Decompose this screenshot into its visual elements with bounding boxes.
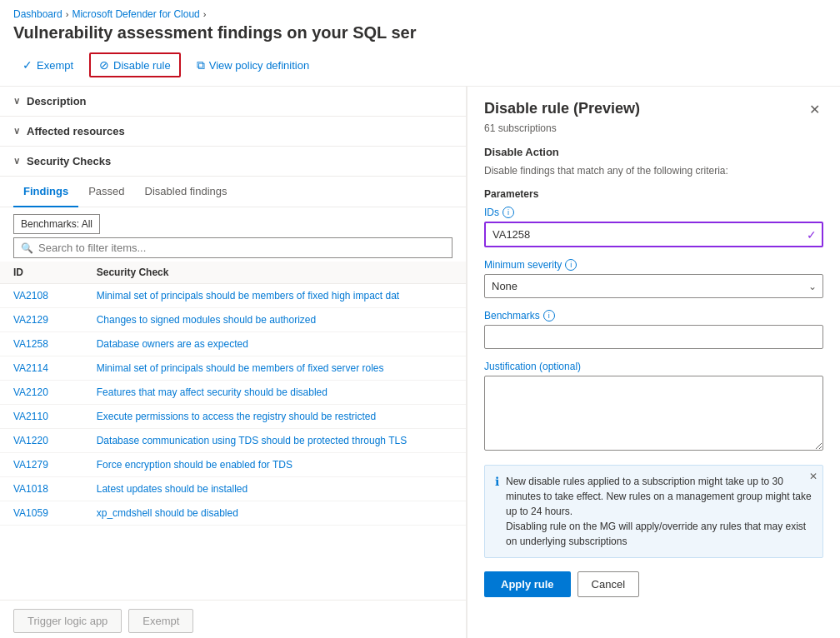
info-banner: ℹ New disable rules applied to a subscri… [484, 465, 823, 558]
row-id: VA1258 [0, 332, 83, 356]
min-severity-info-icon[interactable]: i [565, 259, 577, 271]
close-button[interactable]: ✕ [806, 100, 823, 119]
exempt-button[interactable]: ✓ Exempt [13, 53, 82, 77]
row-check: Database owners are as expected [83, 332, 466, 356]
parameters-label: Parameters [484, 188, 823, 200]
table-row[interactable]: VA1279 Force encryption should be enable… [0, 453, 466, 477]
row-id: VA1220 [0, 429, 83, 453]
info-banner-text: New disable rules applied to a subscript… [506, 474, 812, 549]
table-row[interactable]: VA1220 Database communication using TDS … [0, 429, 466, 453]
search-icon: 🔍 [21, 242, 33, 254]
tab-findings[interactable]: Findings [13, 177, 78, 207]
tab-passed[interactable]: Passed [78, 177, 134, 207]
disable-rule-label: Disable rule [113, 59, 171, 72]
policy-icon: ⧉ [197, 58, 205, 72]
search-input[interactable] [38, 242, 445, 254]
findings-table: ID Security Check VA2108 Minimal set of … [0, 262, 466, 526]
cancel-button-panel[interactable]: Cancel [578, 571, 639, 597]
toolbar: ✓ Exempt ⊘ Disable rule ⧉ View policy de… [0, 52, 840, 87]
panel-actions: Apply rule Cancel [484, 571, 823, 597]
description-section-header[interactable]: ∨ Description [0, 87, 466, 117]
row-id: VA2129 [0, 308, 83, 332]
table-row[interactable]: VA1059 xp_cmdshell should be disabled [0, 501, 466, 526]
table-row[interactable]: VA1018 Latest updates should be installe… [0, 477, 466, 501]
min-severity-label: Minimum severity i [484, 259, 823, 271]
page-title: Vulnerability assessment findings on you… [0, 23, 840, 52]
benchmarks-input[interactable] [484, 325, 823, 349]
ids-input[interactable] [484, 222, 823, 247]
row-id: VA2114 [0, 356, 83, 381]
row-id: VA2110 [0, 405, 83, 429]
table-body: VA2108 Minimal set of principals should … [0, 284, 466, 526]
ids-field-label: IDs i [484, 207, 823, 218]
filter-bar: Benchmarks: All 🔍 [0, 207, 466, 262]
row-check: Minimal set of principals should be memb… [83, 356, 466, 381]
benchmarks-filter[interactable]: Benchmarks: All [13, 214, 100, 234]
disable-icon: ⊘ [99, 58, 109, 72]
row-id: VA1279 [0, 453, 83, 477]
view-policy-button[interactable]: ⧉ View policy definition [188, 53, 318, 77]
breadcrumb: Dashboard › Microsoft Defender for Cloud… [0, 0, 840, 23]
info-banner-close-button[interactable]: ✕ [809, 471, 818, 482]
table-row[interactable]: VA1258 Database owners are as expected [0, 332, 466, 356]
security-checks-section-header[interactable]: ∨ Security Checks [0, 147, 466, 177]
row-check: Latest updates should be installed [83, 477, 466, 501]
view-policy-label: View policy definition [209, 59, 309, 72]
justification-label: Justification (optional) [484, 361, 823, 372]
security-checks-label: Security Checks [27, 155, 111, 167]
row-check: Database communication using TDS should … [83, 429, 466, 453]
tabs-container: Findings Passed Disabled findings [0, 177, 466, 207]
right-panel: Disable rule (Preview) ✕ 61 subscription… [467, 87, 840, 638]
table-row[interactable]: VA2129 Changes to signed modules should … [0, 308, 466, 332]
affected-resources-section-header[interactable]: ∨ Affected resources [0, 117, 466, 147]
breadcrumb-sep-2: › [203, 9, 207, 19]
subscriptions-count: 61 subscriptions [484, 122, 823, 134]
apply-rule-button[interactable]: Apply rule [484, 571, 571, 597]
info-banner-icon: ℹ [495, 475, 499, 549]
tabs: Findings Passed Disabled findings [13, 177, 452, 207]
tab-disabled-findings[interactable]: Disabled findings [135, 177, 238, 207]
trigger-logic-app-button[interactable]: Trigger logic app [13, 609, 122, 633]
benchmarks-info-icon[interactable]: i [543, 310, 555, 321]
breadcrumb-sep-1: › [66, 9, 69, 19]
ids-input-wrap: ✓ [484, 222, 823, 247]
breadcrumb-dashboard[interactable]: Dashboard [13, 8, 62, 20]
min-severity-select[interactable]: None Low Medium High [484, 274, 823, 298]
affected-resources-label: Affected resources [27, 125, 125, 137]
benchmarks-field-label: Benchmarks i [484, 310, 823, 321]
panel-title: Disable rule (Preview) [484, 100, 640, 117]
bottom-bar: Trigger logic app Exempt [0, 600, 467, 638]
row-check: Minimal set of principals should be memb… [83, 284, 466, 308]
ids-label: IDs [484, 207, 499, 218]
row-id: VA2120 [0, 381, 83, 405]
disable-rule-button[interactable]: ⊘ Disable rule [89, 52, 181, 77]
col-id: ID [0, 262, 83, 284]
min-severity-text: Minimum severity [484, 259, 562, 271]
row-id: VA2108 [0, 284, 83, 308]
exempt-label: Exempt [37, 59, 73, 72]
description-chevron: ∨ [13, 96, 20, 107]
breadcrumb-defender[interactable]: Microsoft Defender for Cloud [72, 8, 199, 20]
search-box: 🔍 [13, 237, 452, 258]
benchmarks-label: Benchmarks [484, 310, 540, 321]
col-security-check: Security Check [83, 262, 466, 284]
ids-info-icon[interactable]: i [502, 207, 514, 218]
table-row[interactable]: VA2108 Minimal set of principals should … [0, 284, 466, 308]
row-id: VA1018 [0, 477, 83, 501]
table-header-row: ID Security Check [0, 262, 466, 284]
affected-resources-chevron: ∨ [13, 126, 20, 137]
justification-textarea[interactable] [484, 376, 823, 451]
table-row[interactable]: VA2120 Features that may affect security… [0, 381, 466, 405]
row-id: VA1059 [0, 501, 83, 526]
main-layout: ∨ Description ∨ Affected resources ∨ Sec… [0, 87, 840, 638]
exempt-bottom-button[interactable]: Exempt [128, 609, 193, 633]
min-severity-select-wrap: None Low Medium High ⌄ [484, 274, 823, 298]
row-check: Force encryption should be enabled for T… [83, 453, 466, 477]
table-row[interactable]: VA2110 Execute permissions to access the… [0, 405, 466, 429]
row-check: Features that may affect security should… [83, 381, 466, 405]
panel-header: Disable rule (Preview) ✕ [484, 100, 823, 119]
table-row[interactable]: VA2114 Minimal set of principals should … [0, 356, 466, 381]
row-check: Changes to signed modules should be auth… [83, 308, 466, 332]
row-check: Execute permissions to access the regist… [83, 405, 466, 429]
left-panel: ∨ Description ∨ Affected resources ∨ Sec… [0, 87, 467, 638]
